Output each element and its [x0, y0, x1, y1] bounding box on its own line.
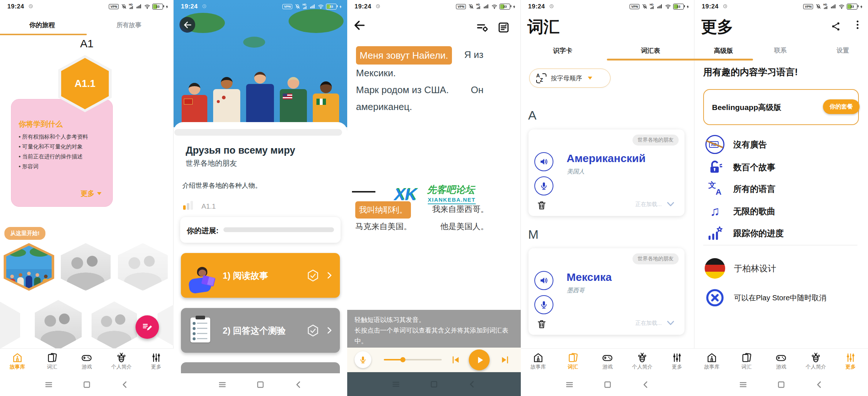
edit-journey-fab[interactable]: [136, 315, 159, 339]
seek-slider[interactable]: [384, 359, 442, 360]
share-icon[interactable]: [831, 21, 841, 32]
home-icon[interactable]: [777, 380, 786, 389]
reader-settings-icon[interactable]: [476, 21, 489, 34]
home-icon[interactable]: [82, 380, 91, 389]
nav-games[interactable]: 游戏: [764, 349, 799, 374]
tab-settings[interactable]: 设置: [837, 46, 849, 55]
sentence[interactable]: Мексики.: [356, 65, 483, 81]
nav-profile[interactable]: 个人简介: [798, 349, 833, 374]
recents-icon[interactable]: [218, 380, 227, 389]
nav-profile[interactable]: 个人简介: [625, 349, 660, 374]
nav-vocab[interactable]: 词汇: [556, 349, 590, 374]
story-tag: 世界各地的朋友: [633, 253, 679, 264]
sort-label: 按字母顺序: [551, 74, 582, 82]
sentence-row[interactable]: Меня зовут Найели. Я из: [356, 46, 483, 65]
status-bar: 19:24 VPN HD 33: [694, 0, 868, 13]
back-icon[interactable]: [468, 380, 476, 389]
nav-library[interactable]: 故事库: [0, 349, 35, 374]
back-icon[interactable]: [294, 380, 303, 389]
nav-library[interactable]: 故事库: [521, 349, 556, 374]
section-divider: [703, 245, 857, 245]
tip-line: 轻触短语以练习其发音。: [355, 315, 513, 325]
speak-word-button[interactable]: [534, 271, 553, 290]
screen-story-detail: 19:24 VPN HD 33 Друзья по всему миру 世界各…: [174, 0, 347, 396]
nav-more[interactable]: 更多: [660, 349, 694, 374]
story-hex-locked[interactable]: [61, 243, 111, 291]
home-icon[interactable]: [256, 380, 265, 389]
story-hex-locked[interactable]: [92, 301, 137, 349]
recents-icon[interactable]: [565, 380, 574, 389]
tab-flashcards[interactable]: 识字卡: [553, 46, 572, 55]
more-expander[interactable]: 更多: [81, 189, 101, 198]
record-button[interactable]: [355, 351, 371, 368]
vpn-icon: VPN: [456, 4, 466, 9]
quiz-button[interactable]: 2) 回答这个测验: [181, 308, 340, 353]
nav-games[interactable]: 游戏: [590, 349, 625, 374]
tab-contact[interactable]: 联系: [774, 46, 787, 55]
sentence[interactable]: Марк родом из США.: [356, 81, 449, 98]
tab-wordlist[interactable]: 词汇表: [641, 46, 660, 55]
your-plan-button[interactable]: 你的套餐: [823, 99, 860, 114]
play-button[interactable]: [469, 349, 490, 370]
screen-reader: 19:24 VPN HD 33 Меня зовут Найели. Я из …: [347, 0, 521, 396]
home-icon[interactable]: [430, 380, 438, 389]
record-word-button[interactable]: [534, 295, 553, 314]
home-icon[interactable]: [603, 380, 612, 389]
nav-vocab[interactable]: 词汇: [35, 349, 70, 374]
tab-all-stories[interactable]: 所有故事: [116, 21, 141, 29]
clock-icon: [202, 4, 207, 8]
story-hex-locked[interactable]: [35, 300, 82, 350]
slider-knob[interactable]: [400, 357, 405, 362]
highlighted-translation[interactable]: 我叫纳耶利。: [355, 201, 411, 219]
android-nav: [347, 372, 521, 396]
expand-chevron-icon[interactable]: [666, 319, 675, 327]
translation-row[interactable]: 马克来自美国。 他是美国人。: [355, 219, 489, 234]
kebab-menu-icon[interactable]: [857, 21, 858, 29]
nav-games[interactable]: 游戏: [70, 349, 104, 374]
read-story-button[interactable]: 1) 阅读故事: [181, 253, 340, 298]
tab-premium[interactable]: 高级版: [714, 46, 733, 55]
back-icon[interactable]: [815, 380, 824, 389]
sentence[interactable]: американец.: [356, 98, 483, 115]
next-icon[interactable]: [500, 355, 509, 364]
highlighted-sentence[interactable]: Меня зовут Найели.: [356, 46, 452, 65]
back-icon[interactable]: [641, 380, 650, 389]
translation[interactable]: 他是美国人。: [440, 219, 489, 234]
sort-dropdown[interactable]: A Z 按字母顺序: [529, 69, 611, 88]
tab-your-journey[interactable]: 你的旅程: [29, 21, 55, 29]
story-hex-active[interactable]: [4, 243, 54, 291]
vocab-word[interactable]: Американский: [567, 152, 646, 165]
speak-word-button[interactable]: [534, 152, 553, 171]
delete-word-button[interactable]: [537, 319, 547, 329]
recents-icon[interactable]: [44, 380, 53, 389]
sort-az-icon: A Z: [536, 73, 546, 83]
card-view-icon[interactable]: [497, 21, 510, 34]
sentence[interactable]: Я из: [464, 46, 483, 65]
nav-vocab[interactable]: 词汇: [729, 349, 764, 374]
battery-icon: 33: [500, 4, 510, 10]
feature-label: 数百个故事: [733, 162, 775, 173]
sentence-row[interactable]: Марк родом из США. Он: [356, 81, 483, 98]
mic-icon: [359, 356, 367, 364]
back-button[interactable]: [179, 17, 195, 33]
progress-chart-icon: [707, 225, 723, 241]
back-icon[interactable]: [120, 380, 129, 389]
nav-library[interactable]: 故事库: [694, 349, 729, 374]
back-button[interactable]: [353, 19, 366, 32]
nav-profile[interactable]: 个人简介: [104, 349, 139, 374]
library-icon: [533, 352, 544, 363]
record-word-button[interactable]: [534, 176, 553, 195]
recents-icon[interactable]: [739, 380, 748, 389]
nav-more[interactable]: 更多: [833, 349, 868, 374]
sentence[interactable]: Он: [471, 81, 483, 98]
clock-icon: [376, 4, 380, 8]
recents-icon[interactable]: [392, 380, 400, 389]
story-subtitle: 世界各地的朋友: [186, 158, 237, 168]
vocab-word[interactable]: Мексика: [567, 271, 612, 283]
delete-word-button[interactable]: [537, 200, 547, 210]
story-hex-locked[interactable]: [118, 243, 168, 291]
translation[interactable]: 马克来自美国。: [355, 219, 412, 234]
nav-more[interactable]: 更多: [139, 349, 174, 374]
previous-icon[interactable]: [451, 355, 460, 364]
expand-chevron-icon[interactable]: [666, 200, 675, 209]
